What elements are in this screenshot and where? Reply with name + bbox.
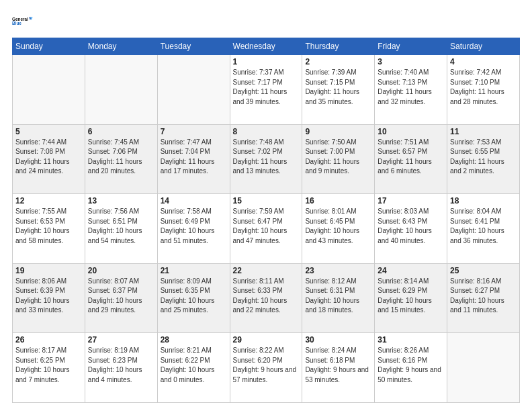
day-info: Sunrise: 8:03 AMSunset: 6:43 PMDaylight:… <box>378 207 444 246</box>
day-cell-7: 7Sunrise: 7:47 AMSunset: 7:04 PMDaylight… <box>157 124 230 194</box>
empty-cell <box>85 55 157 125</box>
day-number: 27 <box>88 335 154 345</box>
day-cell-19: 19Sunrise: 8:06 AMSunset: 6:39 PMDayligh… <box>13 263 85 333</box>
day-number: 14 <box>161 196 227 205</box>
weekday-monday: Monday <box>85 38 157 55</box>
day-number: 12 <box>15 196 82 205</box>
day-info: Sunrise: 7:42 AMSunset: 7:10 PMDaylight:… <box>450 68 517 107</box>
day-info: Sunrise: 8:01 AMSunset: 6:45 PMDaylight:… <box>305 207 371 246</box>
day-info: Sunrise: 8:07 AMSunset: 6:37 PMDaylight:… <box>88 277 154 316</box>
day-number: 19 <box>15 266 82 275</box>
day-info: Sunrise: 7:48 AMSunset: 7:02 PMDaylight:… <box>233 138 300 177</box>
day-number: 8 <box>233 127 300 136</box>
day-cell-20: 20Sunrise: 8:07 AMSunset: 6:37 PMDayligh… <box>85 263 157 333</box>
calendar-row: 26Sunrise: 8:17 AMSunset: 6:25 PMDayligh… <box>13 333 520 403</box>
day-number: 24 <box>378 266 444 275</box>
day-cell-8: 8Sunrise: 7:48 AMSunset: 7:02 PMDaylight… <box>230 124 302 194</box>
day-cell-14: 14Sunrise: 7:58 AMSunset: 6:49 PMDayligh… <box>157 194 230 264</box>
day-info: Sunrise: 8:04 AMSunset: 6:41 PMDaylight:… <box>450 207 517 246</box>
day-cell-24: 24Sunrise: 8:14 AMSunset: 6:29 PMDayligh… <box>375 263 447 333</box>
day-info: Sunrise: 8:24 AMSunset: 6:18 PMDaylight:… <box>305 346 371 385</box>
day-number: 11 <box>450 127 517 136</box>
day-cell-2: 2Sunrise: 7:39 AMSunset: 7:15 PMDaylight… <box>302 55 375 125</box>
day-cell-5: 5Sunrise: 7:44 AMSunset: 7:08 PMDaylight… <box>13 124 85 194</box>
logo-icon: GeneralBlue <box>12 11 34 32</box>
day-info: Sunrise: 7:59 AMSunset: 6:47 PMDaylight:… <box>233 207 300 246</box>
day-info: Sunrise: 8:06 AMSunset: 6:39 PMDaylight:… <box>15 277 82 316</box>
day-info: Sunrise: 8:11 AMSunset: 6:33 PMDaylight:… <box>233 277 300 316</box>
day-info: Sunrise: 7:58 AMSunset: 6:49 PMDaylight:… <box>161 207 227 246</box>
day-cell-27: 27Sunrise: 8:19 AMSunset: 6:23 PMDayligh… <box>85 333 157 403</box>
weekday-tuesday: Tuesday <box>157 38 230 55</box>
weekday-friday: Friday <box>375 38 447 55</box>
day-number: 10 <box>378 127 444 136</box>
day-cell-9: 9Sunrise: 7:50 AMSunset: 7:00 PMDaylight… <box>302 124 375 194</box>
day-info: Sunrise: 7:53 AMSunset: 6:55 PMDaylight:… <box>450 138 517 177</box>
day-cell-12: 12Sunrise: 7:55 AMSunset: 6:53 PMDayligh… <box>13 194 85 264</box>
calendar-row: 1Sunrise: 7:37 AMSunset: 7:17 PMDaylight… <box>13 55 520 125</box>
day-number: 15 <box>233 196 300 205</box>
day-cell-26: 26Sunrise: 8:17 AMSunset: 6:25 PMDayligh… <box>13 333 85 403</box>
day-info: Sunrise: 8:21 AMSunset: 6:22 PMDaylight:… <box>161 346 227 385</box>
day-number: 26 <box>15 335 82 345</box>
day-number: 5 <box>15 127 82 136</box>
day-number: 13 <box>88 196 154 205</box>
day-number: 29 <box>233 335 300 345</box>
weekday-header-row: SundayMondayTuesdayWednesdayThursdayFrid… <box>13 38 520 55</box>
day-cell-10: 10Sunrise: 7:51 AMSunset: 6:57 PMDayligh… <box>375 124 447 194</box>
day-cell-11: 11Sunrise: 7:53 AMSunset: 6:55 PMDayligh… <box>447 124 520 194</box>
weekday-sunday: Sunday <box>13 38 85 55</box>
logo: GeneralBlue <box>12 11 35 32</box>
day-number: 9 <box>305 127 371 136</box>
calendar-row: 5Sunrise: 7:44 AMSunset: 7:08 PMDaylight… <box>13 124 520 194</box>
empty-cell <box>157 55 230 125</box>
day-number: 3 <box>378 57 444 66</box>
day-info: Sunrise: 7:37 AMSunset: 7:17 PMDaylight:… <box>233 68 300 107</box>
day-number: 31 <box>378 335 444 345</box>
day-number: 21 <box>161 266 227 275</box>
day-number: 25 <box>450 266 517 275</box>
day-info: Sunrise: 8:14 AMSunset: 6:29 PMDaylight:… <box>378 277 444 316</box>
day-cell-30: 30Sunrise: 8:24 AMSunset: 6:18 PMDayligh… <box>302 333 375 403</box>
empty-cell <box>13 55 85 125</box>
svg-text:Blue: Blue <box>12 21 21 26</box>
day-number: 4 <box>450 57 517 66</box>
weekday-wednesday: Wednesday <box>230 38 302 55</box>
day-info: Sunrise: 7:39 AMSunset: 7:15 PMDaylight:… <box>305 68 371 107</box>
day-number: 2 <box>305 57 371 66</box>
day-cell-13: 13Sunrise: 7:56 AMSunset: 6:51 PMDayligh… <box>85 194 157 264</box>
day-cell-29: 29Sunrise: 8:22 AMSunset: 6:20 PMDayligh… <box>230 333 302 403</box>
day-number: 30 <box>305 335 371 345</box>
weekday-saturday: Saturday <box>447 38 520 55</box>
day-number: 28 <box>161 335 227 345</box>
day-cell-4: 4Sunrise: 7:42 AMSunset: 7:10 PMDaylight… <box>447 55 520 125</box>
page: GeneralBlue SundayMondayTuesdayWednesday… <box>0 0 532 411</box>
day-info: Sunrise: 8:09 AMSunset: 6:35 PMDaylight:… <box>161 277 227 316</box>
day-number: 7 <box>161 127 227 136</box>
day-info: Sunrise: 7:51 AMSunset: 6:57 PMDaylight:… <box>378 138 444 177</box>
day-number: 1 <box>233 57 300 66</box>
day-info: Sunrise: 7:40 AMSunset: 7:13 PMDaylight:… <box>378 68 444 107</box>
day-info: Sunrise: 8:17 AMSunset: 6:25 PMDaylight:… <box>15 346 82 385</box>
day-info: Sunrise: 7:55 AMSunset: 6:53 PMDaylight:… <box>15 207 82 246</box>
day-info: Sunrise: 7:50 AMSunset: 7:00 PMDaylight:… <box>305 138 371 177</box>
day-info: Sunrise: 7:44 AMSunset: 7:08 PMDaylight:… <box>15 138 82 177</box>
day-cell-28: 28Sunrise: 8:21 AMSunset: 6:22 PMDayligh… <box>157 333 230 403</box>
day-number: 18 <box>450 196 517 205</box>
day-cell-3: 3Sunrise: 7:40 AMSunset: 7:13 PMDaylight… <box>375 55 447 125</box>
day-cell-18: 18Sunrise: 8:04 AMSunset: 6:41 PMDayligh… <box>447 194 520 264</box>
day-cell-23: 23Sunrise: 8:12 AMSunset: 6:31 PMDayligh… <box>302 263 375 333</box>
day-info: Sunrise: 8:26 AMSunset: 6:16 PMDaylight:… <box>378 346 444 385</box>
day-number: 16 <box>305 196 371 205</box>
day-info: Sunrise: 8:22 AMSunset: 6:20 PMDaylight:… <box>233 346 300 385</box>
day-cell-6: 6Sunrise: 7:45 AMSunset: 7:06 PMDaylight… <box>85 124 157 194</box>
calendar-row: 12Sunrise: 7:55 AMSunset: 6:53 PMDayligh… <box>13 194 520 264</box>
day-number: 6 <box>88 127 154 136</box>
day-number: 17 <box>378 196 444 205</box>
day-number: 23 <box>305 266 371 275</box>
empty-cell <box>447 333 520 403</box>
day-info: Sunrise: 8:16 AMSunset: 6:27 PMDaylight:… <box>450 277 517 316</box>
day-cell-17: 17Sunrise: 8:03 AMSunset: 6:43 PMDayligh… <box>375 194 447 264</box>
day-cell-25: 25Sunrise: 8:16 AMSunset: 6:27 PMDayligh… <box>447 263 520 333</box>
day-number: 20 <box>88 266 154 275</box>
